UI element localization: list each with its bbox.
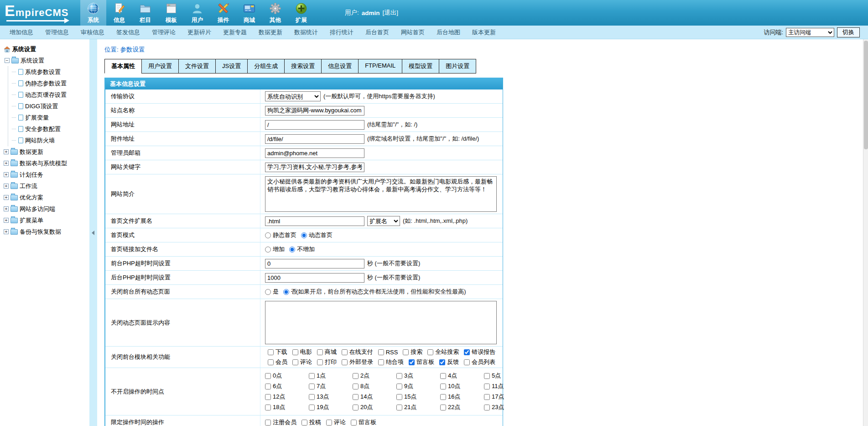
time-checkbox-item[interactable]: 5点 — [484, 372, 528, 380]
time-checkbox-item[interactable]: 23点 — [484, 403, 528, 411]
time-checkbox-item[interactable]: 15点 — [396, 393, 440, 401]
menu-user[interactable]: 用户 — [184, 0, 210, 26]
radio-no-filename[interactable]: 不增加 — [289, 245, 315, 253]
time-checkbox-item[interactable]: 1点 — [309, 372, 353, 380]
nav-link[interactable]: 管理评论 — [146, 28, 182, 37]
nav-link[interactable]: 排行统计 — [324, 28, 359, 37]
tree-folder-item[interactable]: 网站多访问端 — [4, 203, 89, 215]
nav-link[interactable]: 签发信息 — [110, 28, 146, 37]
expand-icon[interactable] — [4, 229, 9, 234]
nav-link[interactable]: 数据统计 — [288, 28, 324, 37]
time-checkbox-item[interactable]: 22点 — [440, 403, 484, 411]
logout-link[interactable]: [退出] — [383, 9, 399, 17]
module-checkbox-item[interactable]: 全站搜索 — [427, 348, 459, 356]
menu-info[interactable]: 信息 — [106, 0, 132, 26]
expand-icon[interactable] — [4, 218, 9, 223]
attach-url-input[interactable] — [265, 134, 364, 144]
time-checkbox-item[interactable]: 10点 — [440, 382, 484, 390]
admin-email-input[interactable] — [265, 148, 364, 158]
tree-folder-item[interactable]: 数据表与系统模型 — [4, 158, 89, 169]
endpoint-select[interactable]: 主访问端 — [786, 28, 834, 37]
tab-search[interactable]: 搜索设置 — [284, 59, 322, 74]
time-checkbox-item[interactable]: 9点 — [396, 382, 440, 390]
expand-icon[interactable] — [4, 206, 9, 211]
site-name-input[interactable] — [265, 106, 364, 116]
radio-add-filename[interactable]: 增加 — [265, 245, 285, 253]
module-checkbox-item[interactable]: 打印 — [317, 358, 337, 366]
expand-icon[interactable] — [4, 184, 9, 189]
close-tip-textarea[interactable] — [265, 301, 497, 344]
module-checkbox-item[interactable]: 会员列表 — [464, 358, 495, 366]
nav-link[interactable]: 后台首页 — [359, 28, 395, 37]
nav-link[interactable]: 更新专题 — [217, 28, 253, 37]
scrollbar-thumb[interactable] — [864, 41, 868, 149]
time-checkbox-item[interactable]: 4点 — [440, 372, 484, 380]
time-checkbox-item[interactable]: 0点 — [265, 372, 309, 380]
expand-icon[interactable] — [4, 172, 9, 177]
time-checkbox-item[interactable]: 6点 — [265, 382, 309, 390]
time-checkbox-item[interactable]: 12点 — [265, 393, 309, 401]
tree-leaf-item[interactable]: DIGG顶设置 — [12, 100, 89, 112]
menu-mall[interactable]: 商城 — [236, 0, 262, 26]
time-checkbox-item[interactable]: 21点 — [396, 403, 440, 411]
module-checkbox-item[interactable]: 商城 — [317, 348, 337, 356]
menu-extend[interactable]: 扩展 — [288, 0, 314, 26]
nav-link[interactable]: 数据更新 — [253, 28, 288, 37]
time-checkbox-item[interactable]: 16点 — [440, 393, 484, 401]
restrict-checkbox-item[interactable]: 投稿 — [301, 418, 321, 426]
module-checkbox-item[interactable]: 在线支付 — [342, 348, 373, 356]
radio-dynamic-home[interactable]: 动态首页 — [301, 231, 333, 239]
site-url-input[interactable] — [265, 120, 364, 130]
tab-basic[interactable]: 基本属性 — [104, 59, 142, 74]
module-checkbox-item[interactable]: 下载 — [268, 348, 287, 356]
tab-js[interactable]: JS设置 — [215, 59, 248, 74]
back-timeout-input[interactable] — [265, 273, 364, 283]
tab-model[interactable]: 模型设置 — [402, 59, 439, 74]
protocol-select[interactable]: 系统自动识别 — [265, 91, 321, 101]
nav-link[interactable]: 更新碎片 — [182, 28, 217, 37]
tree-leaf-item[interactable]: 动态页缓存设置 — [12, 89, 89, 100]
nav-link[interactable]: 管理信息 — [39, 28, 75, 37]
tab-user[interactable]: 用户设置 — [141, 59, 179, 74]
tab-group[interactable]: 分组生成 — [247, 59, 285, 74]
menu-plugin[interactable]: 插件 — [210, 0, 236, 26]
time-checkbox-item[interactable]: 18点 — [265, 403, 309, 411]
tree-folder-item[interactable]: 计划任务 — [4, 169, 89, 180]
ext-select[interactable]: 扩展名 — [367, 216, 400, 226]
module-checkbox-item[interactable]: RSS — [378, 349, 398, 356]
radio-static-home[interactable]: 静态首页 — [265, 231, 296, 239]
module-checkbox-item[interactable]: 外部登录 — [342, 358, 373, 366]
module-checkbox-item[interactable]: 评论 — [292, 358, 312, 366]
tab-ftp-email[interactable]: FTP/EMAIL — [358, 59, 402, 74]
time-checkbox-item[interactable]: 3点 — [396, 372, 440, 380]
nav-link[interactable]: 审核信息 — [75, 28, 110, 37]
nav-link[interactable]: 网站首页 — [395, 28, 431, 37]
tree-folder-item[interactable]: 备份与恢复数据 — [4, 226, 89, 237]
tree-folder-item[interactable]: 工作流 — [4, 180, 89, 192]
time-checkbox-item[interactable]: 11点 — [484, 382, 528, 390]
module-checkbox-item[interactable]: 反馈 — [439, 358, 459, 366]
sidebar-collapse-handle[interactable] — [89, 39, 97, 426]
module-checkbox-item[interactable]: 错误报告 — [464, 348, 495, 356]
radio-close-no[interactable]: 否(如果开启，前台所有动态文件都无法使用，但性能和安全性最高) — [283, 288, 466, 296]
tree-leaf-item[interactable]: 安全参数配置 — [12, 123, 89, 135]
time-checkbox-item[interactable]: 20点 — [353, 403, 396, 411]
tab-file[interactable]: 文件设置 — [178, 59, 216, 74]
time-checkbox-item[interactable]: 8点 — [353, 382, 396, 390]
tree-node-system-settings[interactable]: 系统设置 — [5, 55, 89, 66]
time-checkbox-item[interactable]: 17点 — [484, 393, 528, 401]
time-checkbox-item[interactable]: 2点 — [353, 372, 396, 380]
time-checkbox-item[interactable]: 7点 — [309, 382, 353, 390]
restrict-checkbox-item[interactable]: 评论 — [326, 418, 346, 426]
collapse-icon[interactable] — [5, 58, 10, 63]
nav-link[interactable]: 增加信息 — [4, 28, 39, 37]
menu-system[interactable]: 系统 — [80, 0, 106, 26]
tab-image[interactable]: 图片设置 — [439, 59, 476, 74]
module-checkbox-item[interactable]: 留言板 — [409, 358, 434, 366]
vertical-scrollbar[interactable] — [863, 39, 868, 426]
nav-link[interactable]: 版本更新 — [466, 28, 502, 37]
restrict-checkbox-item[interactable]: 注册会员 — [265, 418, 296, 426]
switch-button[interactable]: 切换 — [837, 27, 860, 37]
index-ext-input[interactable] — [265, 216, 364, 226]
tree-folder-item[interactable]: 数据更新 — [4, 146, 89, 158]
